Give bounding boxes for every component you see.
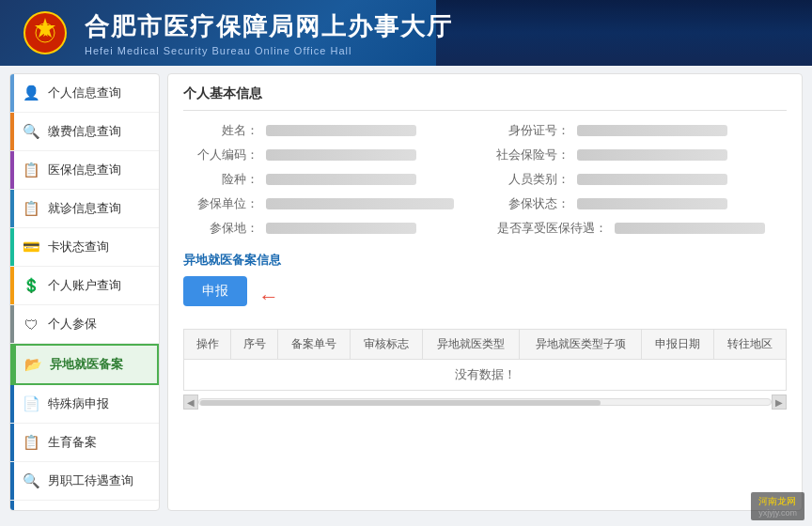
sidebar-label-worker: 男职工待遇查询 — [48, 472, 133, 489]
sidebar-item-medical-insurance[interactable]: 📋 医保信息查询 — [10, 151, 159, 190]
label-name: 姓名： — [183, 122, 258, 139]
header-logo: ★ — [19, 8, 70, 59]
visit-icon: 📋 — [22, 199, 40, 218]
section-title: 个人基本信息 — [183, 85, 787, 111]
col-subtype: 异地就医类型子项 — [520, 330, 642, 360]
label-status: 参保状态： — [494, 195, 570, 212]
col-record-no: 备案单号 — [278, 330, 351, 360]
join-icon: 🛡 — [22, 315, 40, 333]
info-row-id: 身份证号： — [494, 122, 787, 139]
watermark: 河南龙网 yxjyjy.com — [751, 492, 804, 520]
fee-icon: 🔍 — [22, 122, 40, 141]
sidebar: 👤 个人信息查询 🔍 缴费信息查询 📋 医保信息查询 📋 就诊信息查询 💳 卡状… — [9, 73, 160, 511]
sidebar-label-medical: 医保信息查询 — [48, 162, 121, 178]
sidebar-label-visit: 就诊信息查询 — [48, 200, 121, 217]
label-benefit: 是否享受医保待遇： — [494, 220, 607, 237]
sidebar-label-birth: 生育备案 — [48, 434, 97, 451]
col-review: 审核标志 — [350, 330, 422, 360]
header-text-block: 合肥市医疗保障局网上办事大厅 Hefei Medical Security Bu… — [85, 10, 453, 56]
offsite-icon: 📂 — [23, 355, 42, 374]
label-unit: 参保单位： — [183, 195, 258, 212]
sidebar-label-offsite: 异地就医备案 — [50, 356, 123, 373]
worker-icon: 🔍 — [22, 472, 40, 490]
sidebar-item-birth-subsidy[interactable]: 🔍 生育津贴查询 — [10, 501, 159, 511]
header-title-en: Hefei Medical Security Bureau Online Off… — [85, 45, 453, 56]
scroll-right-arrow[interactable]: ▶ — [772, 394, 787, 410]
label-social: 社会保险号： — [494, 147, 570, 163]
sidebar-label-fee-info: 缴费信息查询 — [48, 123, 121, 140]
sidebar-item-personal-join[interactable]: 🛡 个人参保 — [10, 305, 159, 344]
header-title-cn: 合肥市医疗保障局网上办事大厅 — [85, 10, 453, 43]
col-type: 异地就医类型 — [422, 330, 519, 360]
header-bg-decoration — [436, 0, 812, 66]
col-date: 申报日期 — [642, 330, 714, 360]
sidebar-label-account: 个人账户查询 — [48, 277, 121, 294]
sidebar-label-personal-info: 个人信息查询 — [48, 85, 121, 101]
birth-icon: 📋 — [22, 433, 40, 452]
col-region: 转往地区 — [714, 330, 787, 360]
sidebar-item-special-disease[interactable]: 📄 特殊病申报 — [10, 385, 159, 424]
sidebar-item-birth-record[interactable]: 📋 生育备案 — [10, 424, 159, 462]
info-row-social: 社会保险号： — [494, 147, 787, 163]
sidebar-item-offsite-record[interactable]: 📂 异地就医备案 — [10, 344, 159, 385]
info-row-name: 姓名： — [183, 122, 476, 139]
info-grid: 姓名： 身份证号： 个人编码： 社会保险号： 险种： 人员类别： — [183, 122, 787, 237]
info-row-status: 参保状态： — [494, 195, 787, 212]
info-row-code: 个人编码： — [183, 147, 476, 163]
medical-icon: 📋 — [22, 161, 40, 179]
sub-section-link[interactable]: 异地就医备案信息 — [183, 253, 281, 267]
scroll-left-arrow[interactable]: ◀ — [183, 394, 198, 410]
arrow-indicator: ← — [258, 285, 279, 309]
data-table: 操作 序号 备案单号 审核标志 异地就医类型 异地就医类型子项 申报日期 转往地… — [183, 329, 787, 391]
submit-button[interactable]: 申报 — [183, 276, 247, 306]
sidebar-label-card: 卡状态查询 — [48, 239, 109, 255]
label-code: 个人编码： — [183, 147, 258, 163]
info-row-benefit: 是否享受医保待遇： — [494, 220, 787, 237]
card-icon: 💳 — [22, 238, 40, 256]
info-row-unit: 参保单位： — [183, 195, 476, 212]
label-location: 参保地： — [183, 220, 258, 237]
label-id: 身份证号： — [494, 122, 570, 139]
content-area: 个人基本信息 姓名： 身份证号： 个人编码： 社会保险号： 险种： — [167, 73, 803, 511]
sidebar-label-join: 个人参保 — [48, 316, 97, 333]
sidebar-item-card-status[interactable]: 💳 卡状态查询 — [10, 228, 159, 267]
account-icon: 💲 — [22, 276, 40, 295]
col-seq: 序号 — [231, 330, 278, 360]
label-person-type: 人员类别： — [494, 171, 570, 188]
page-header: ★ 合肥市医疗保障局网上办事大厅 Hefei Medical Security … — [0, 0, 812, 66]
col-operation: 操作 — [184, 330, 231, 360]
subsidy-icon: 🔍 — [22, 510, 40, 511]
label-insurance: 险种： — [183, 171, 258, 188]
info-row-location: 参保地： — [183, 220, 476, 237]
watermark-text: 河南龙网 — [758, 495, 797, 508]
sidebar-item-personal-account[interactable]: 💲 个人账户查询 — [10, 267, 159, 305]
special-icon: 📄 — [22, 394, 40, 413]
sidebar-label-special: 特殊病申报 — [48, 395, 109, 412]
info-row-person-type: 人员类别： — [494, 171, 787, 188]
sidebar-item-personal-info[interactable]: 👤 个人信息查询 — [10, 74, 159, 113]
no-data-text: 没有数据！ — [184, 360, 787, 391]
sidebar-item-visit-info[interactable]: 📋 就诊信息查询 — [10, 190, 159, 228]
no-data-row: 没有数据！ — [184, 360, 787, 391]
scrollbar-thumb[interactable] — [200, 400, 601, 406]
horizontal-scrollbar[interactable]: ◀ ▶ — [183, 394, 787, 410]
person-icon: 👤 — [22, 84, 40, 102]
watermark-sub: yxjyjy.com — [758, 508, 797, 518]
scrollbar-track[interactable] — [198, 398, 772, 406]
info-row-insurance-type: 险种： — [183, 171, 476, 188]
main-container: 👤 个人信息查询 🔍 缴费信息查询 📋 医保信息查询 📋 就诊信息查询 💳 卡状… — [0, 66, 812, 518]
sidebar-item-worker-treatment[interactable]: 🔍 男职工待遇查询 — [10, 462, 159, 501]
sidebar-item-fee-info[interactable]: 🔍 缴费信息查询 — [10, 113, 159, 151]
svg-text:★: ★ — [40, 28, 49, 39]
